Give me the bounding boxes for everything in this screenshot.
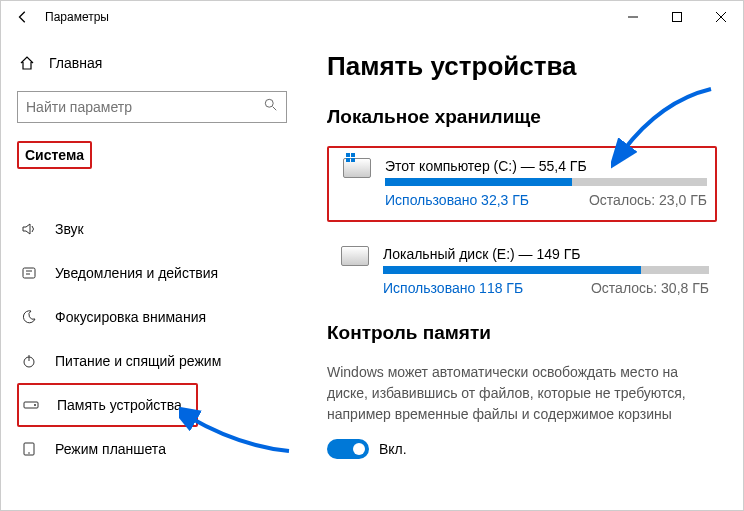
back-button[interactable] — [9, 3, 37, 31]
drive-icon — [335, 246, 375, 282]
drive-e[interactable]: Локальный диск (E:) — 149 ГБ Использован… — [327, 236, 717, 308]
nav-label: Память устройства — [57, 397, 182, 413]
nav-item-power[interactable]: Питание и спящий режим — [17, 339, 303, 383]
drive-free: Осталось: 23,0 ГБ — [589, 192, 707, 208]
nav-label: Режим планшета — [55, 441, 166, 457]
local-storage-title: Локальное хранилище — [327, 106, 717, 128]
nav-item-tablet[interactable]: Режим планшета — [17, 427, 303, 471]
category-label: Система — [25, 147, 84, 163]
nav-label: Питание и спящий режим — [55, 353, 221, 369]
storage-sense-title: Контроль памяти — [327, 322, 717, 344]
nav-label: Фокусировка внимания — [55, 309, 206, 325]
tablet-icon — [17, 441, 41, 457]
nav-item-sound[interactable]: Звук — [17, 207, 303, 251]
window-title: Параметры — [45, 10, 109, 24]
svg-point-10 — [34, 404, 36, 406]
toggle-label: Вкл. — [379, 441, 407, 457]
page-title: Память устройства — [327, 51, 717, 82]
category-system[interactable]: Система — [17, 141, 92, 169]
toggle-switch[interactable] — [327, 439, 369, 459]
power-icon — [17, 353, 41, 369]
titlebar: Параметры — [1, 1, 743, 33]
maximize-button[interactable] — [655, 1, 699, 33]
moon-icon — [17, 309, 41, 325]
notification-icon — [17, 265, 41, 281]
drive-c[interactable]: Этот компьютер (C:) — 55,4 ГБ Использова… — [327, 146, 717, 222]
nav-item-storage[interactable]: Память устройства — [17, 383, 198, 427]
storage-sense-toggle[interactable]: Вкл. — [327, 439, 717, 459]
home-link[interactable]: Главная — [17, 45, 303, 81]
nav-label: Уведомления и действия — [55, 265, 218, 281]
search-input[interactable] — [26, 99, 264, 115]
drive-free: Осталось: 30,8 ГБ — [591, 280, 709, 296]
drive-usage-bar — [383, 266, 709, 274]
drive-name: Этот компьютер (C:) — 55,4 ГБ — [385, 158, 707, 174]
drive-used: Использовано 32,3 ГБ — [385, 192, 529, 208]
home-icon — [17, 55, 37, 71]
storage-sense-description: Windows может автоматически освобождать … — [327, 362, 717, 425]
speaker-icon — [17, 221, 41, 237]
minimize-button[interactable] — [611, 1, 655, 33]
nav-item-notifications[interactable]: Уведомления и действия — [17, 251, 303, 295]
svg-point-4 — [265, 99, 273, 107]
svg-rect-6 — [23, 268, 35, 278]
nav-item-focus[interactable]: Фокусировка внимания — [17, 295, 303, 339]
main-content: Память устройства Локальное хранилище Эт… — [303, 33, 743, 510]
drive-name: Локальный диск (E:) — 149 ГБ — [383, 246, 709, 262]
sidebar: Главная Система Звук Уведомления и дейст… — [1, 33, 303, 510]
close-button[interactable] — [699, 1, 743, 33]
svg-point-12 — [28, 452, 30, 454]
search-box[interactable] — [17, 91, 287, 123]
drive-usage-bar — [385, 178, 707, 186]
storage-icon — [19, 397, 43, 413]
search-icon — [264, 98, 278, 116]
svg-line-5 — [273, 107, 277, 111]
svg-rect-1 — [673, 13, 682, 22]
nav-label: Звук — [55, 221, 84, 237]
home-label: Главная — [49, 55, 102, 71]
drive-icon-system — [337, 158, 377, 194]
drive-used: Использовано 118 ГБ — [383, 280, 523, 296]
